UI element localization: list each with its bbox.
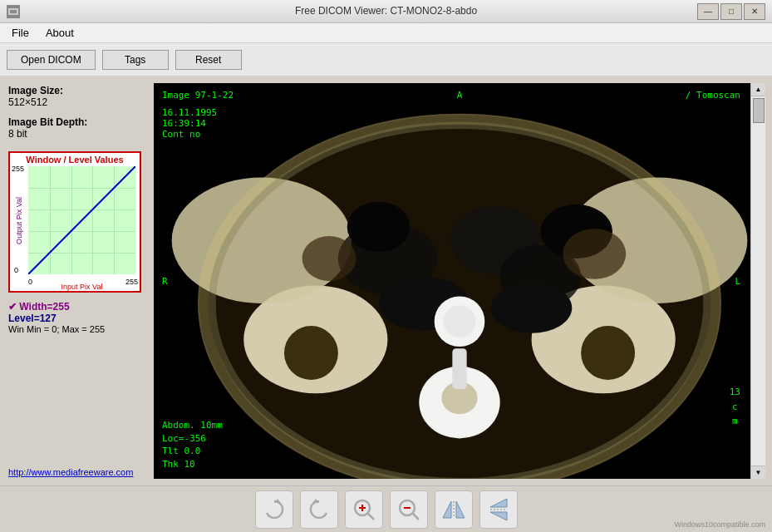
title-bar: Free DICOM Viewer: CT-MONO2-8-abdo — □ ✕ [0, 0, 772, 23]
menu-about[interactable]: About [37, 25, 82, 41]
zoom-in-button[interactable] [345, 490, 383, 529]
close-button[interactable]: ✕ [744, 3, 765, 20]
flip-h-icon [441, 498, 466, 521]
website-link[interactable]: http://www.mediafreeware.com [8, 467, 145, 477]
open-dicom-button[interactable]: Open DICOM [7, 50, 96, 70]
svg-point-9 [581, 326, 635, 380]
level-stat: Level=127 [8, 313, 145, 324]
scroll-down-button[interactable]: ▼ [751, 466, 766, 479]
wl-chart-title: Window / Level Values [10, 153, 140, 166]
svg-rect-14 [452, 348, 466, 389]
svg-point-23 [563, 229, 626, 279]
scroll-thumb[interactable] [753, 98, 765, 123]
rotate-ccw-icon [307, 498, 331, 521]
rotate-cw-icon [263, 498, 286, 521]
width-stat: ✔ Width=255 [8, 301, 145, 313]
x-axis-label: Input Pix Val [28, 283, 135, 291]
reset-button[interactable]: Reset [175, 50, 242, 70]
svg-rect-2 [10, 10, 17, 13]
wl-diagonal-line [28, 166, 135, 274]
width-tick: ✔ [8, 301, 17, 313]
window-controls: — □ ✕ [697, 3, 765, 20]
svg-point-22 [302, 236, 356, 281]
zoom-out-button[interactable] [390, 490, 428, 529]
svg-marker-38 [456, 501, 465, 518]
bottom-toolbar: Windows10compatible.com [0, 485, 772, 532]
image-size-label: Image Size: [8, 85, 145, 96]
left-panel: Image Size: 512×512 Image Bit Depth: 8 b… [0, 76, 154, 485]
zoom-in-icon [352, 498, 376, 521]
svg-point-25 [444, 305, 476, 337]
zoom-out-icon [397, 498, 420, 521]
toolbar: Open DICOM Tags Reset [0, 43, 772, 76]
title-bar-left [7, 5, 20, 18]
svg-marker-41 [490, 512, 507, 520]
y-max-label: 255 [12, 165, 24, 173]
y-axis-text: Output Pix Val [15, 197, 23, 244]
wl-chart-inner [28, 166, 135, 274]
win-min-max: Win Min = 0; Max = 255 [8, 324, 145, 334]
flip-v-button[interactable] [479, 490, 518, 529]
svg-line-3 [28, 166, 135, 274]
scroll-up-button[interactable]: ▲ [751, 83, 766, 96]
image-viewer[interactable]: Image 97-1-22 16.11.1995 16:39:14 Cont n… [154, 83, 765, 479]
svg-point-19 [491, 283, 572, 333]
svg-point-8 [284, 326, 338, 380]
image-bit-depth-label: Image Bit Depth: [8, 116, 145, 128]
main-content: Image Size: 512×512 Image Bit Depth: 8 b… [0, 76, 772, 485]
svg-marker-37 [443, 501, 451, 518]
flip-v-icon [487, 497, 510, 522]
width-label: Width=255 [19, 301, 69, 313]
svg-line-31 [368, 514, 374, 520]
svg-line-35 [413, 514, 419, 520]
minimize-button[interactable]: — [697, 3, 719, 20]
scrollbar[interactable]: ▲ ▼ [750, 83, 765, 479]
y-axis-label: Output Pix Val [10, 166, 28, 274]
image-size-value: 512×512 [8, 96, 145, 108]
flip-h-button[interactable] [435, 490, 473, 529]
rotate-ccw-button[interactable] [300, 490, 338, 529]
svg-point-20 [347, 202, 411, 253]
menu-bar: File About [0, 23, 772, 43]
image-bit-depth-value: 8 bit [8, 128, 145, 140]
wl-chart: Window / Level Values Output Pix Val 255… [8, 151, 141, 293]
rotate-cw-button[interactable] [255, 490, 293, 529]
y-min-label: 0 [14, 266, 18, 274]
svg-marker-40 [490, 499, 507, 507]
tags-button[interactable]: Tags [102, 50, 169, 70]
app-icon [7, 5, 20, 18]
menu-file[interactable]: File [3, 25, 37, 41]
ct-scan-image [154, 83, 765, 479]
restore-button[interactable]: □ [720, 3, 742, 20]
watermark: Windows10compatible.com [674, 520, 765, 529]
window-title: Free DICOM Viewer: CT-MONO2-8-abdo [0, 5, 772, 17]
